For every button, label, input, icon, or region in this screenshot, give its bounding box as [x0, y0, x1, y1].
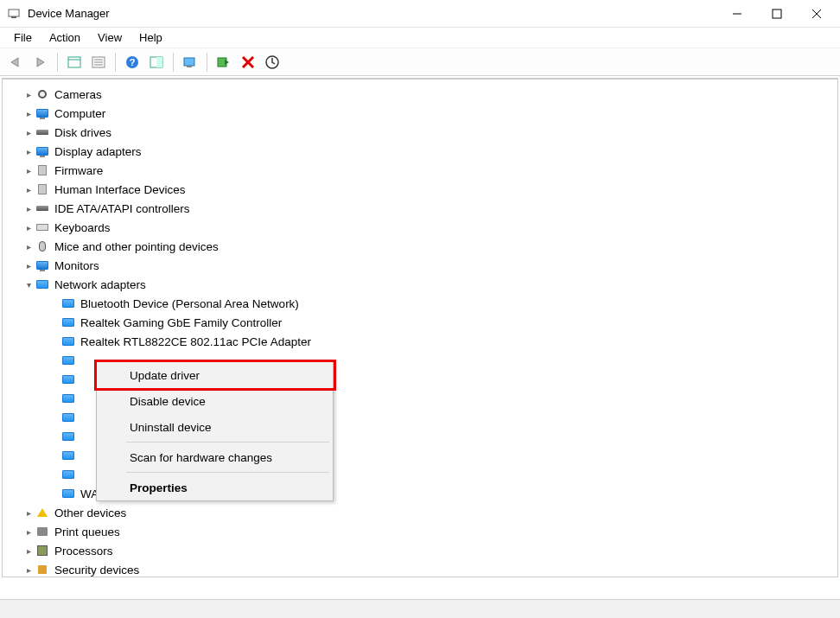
- menu-action[interactable]: Action: [41, 29, 89, 46]
- tree-item-print-queues[interactable]: ▸ Print queues: [3, 522, 837, 541]
- menu-view[interactable]: View: [89, 29, 130, 46]
- tree-item-computer[interactable]: ▸ Computer: [3, 104, 837, 123]
- action-pane-button[interactable]: [145, 51, 168, 73]
- chevron-right-icon[interactable]: ▸: [22, 125, 35, 139]
- scan-hardware-button[interactable]: [261, 51, 283, 73]
- network-icon: [61, 449, 75, 462]
- network-icon: [61, 487, 75, 500]
- tree-item-firmware[interactable]: ▸ Firmware: [3, 161, 837, 180]
- back-button[interactable]: [5, 51, 28, 73]
- forward-button[interactable]: [29, 51, 52, 73]
- help-button[interactable]: ?: [121, 51, 143, 73]
- chevron-right-icon[interactable]: ▸: [22, 182, 35, 196]
- toolbar: ?: [0, 48, 840, 76]
- menu-file[interactable]: File: [5, 29, 41, 46]
- monitor-icon: [35, 144, 49, 158]
- svg-rect-6: [68, 57, 80, 67]
- tree-item-disk-drives[interactable]: ▸ Disk drives: [3, 123, 837, 142]
- network-icon: [61, 296, 75, 310]
- chevron-right-icon[interactable]: ▸: [22, 258, 35, 272]
- hid-icon: [35, 182, 49, 196]
- app-icon: [7, 7, 21, 21]
- cpu-icon: [35, 544, 49, 557]
- lock-icon: [35, 563, 49, 577]
- svg-text:?: ?: [130, 57, 136, 67]
- tree-item-monitors[interactable]: ▸ Monitors: [3, 256, 837, 275]
- chevron-right-icon[interactable]: ▸: [22, 144, 35, 158]
- svg-rect-3: [773, 10, 781, 18]
- ide-icon: [35, 201, 49, 215]
- svg-rect-17: [187, 66, 192, 67]
- chevron-right-icon[interactable]: ▸: [22, 201, 35, 215]
- network-icon: [61, 334, 75, 348]
- tree-item-na-1[interactable]: Realtek Gaming GbE Family Controller: [3, 313, 837, 332]
- tree-container: ▸ Cameras ▸ Computer ▸ Disk drives ▸ Dis…: [2, 78, 838, 577]
- tree-item-na-0[interactable]: Bluetooth Device (Personal Area Network): [3, 294, 837, 313]
- tree-item-keyboards[interactable]: ▸ Keyboards: [3, 218, 837, 237]
- chip-icon: [35, 163, 49, 177]
- window-title: Device Manager: [28, 7, 717, 20]
- ctx-disable-device[interactable]: Disable device: [97, 388, 333, 414]
- minimize-button[interactable]: [717, 1, 757, 27]
- status-bar: [0, 599, 840, 618]
- ctx-uninstall-device[interactable]: Uninstall device: [97, 414, 333, 440]
- network-icon: [61, 392, 75, 405]
- chevron-right-icon[interactable]: ▸: [22, 87, 35, 101]
- chevron-right-icon[interactable]: ▸: [22, 506, 35, 519]
- svg-rect-1: [11, 16, 16, 18]
- properties-button[interactable]: [87, 51, 110, 73]
- tree-item-other-devices[interactable]: ▸ Other devices: [3, 503, 837, 522]
- network-icon: [61, 411, 75, 424]
- camera-icon: [35, 87, 49, 101]
- monitor-icon: [35, 106, 49, 120]
- network-icon: [61, 430, 75, 443]
- keyboard-icon: [35, 220, 49, 234]
- chevron-right-icon[interactable]: ▸: [22, 563, 35, 577]
- chevron-down-icon[interactable]: ▾: [22, 277, 35, 291]
- chevron-right-icon[interactable]: ▸: [22, 163, 35, 177]
- network-icon: [35, 277, 49, 291]
- ctx-separator: [126, 472, 329, 473]
- update-driver-button[interactable]: [179, 51, 201, 73]
- network-icon: [61, 315, 75, 329]
- ctx-scan-hardware[interactable]: Scan for hardware changes: [97, 444, 333, 470]
- chevron-right-icon[interactable]: ▸: [22, 220, 35, 234]
- warning-icon: [35, 506, 49, 519]
- uninstall-device-button[interactable]: [237, 51, 259, 73]
- tree-item-hid[interactable]: ▸ Human Interface Devices: [3, 180, 837, 199]
- tree-item-cameras[interactable]: ▸ Cameras: [3, 85, 837, 104]
- disk-icon: [35, 125, 49, 139]
- chevron-right-icon[interactable]: ▸: [22, 544, 35, 557]
- printer-icon: [35, 525, 49, 538]
- chevron-right-icon[interactable]: ▸: [22, 525, 35, 538]
- svg-rect-16: [184, 58, 194, 66]
- tree-item-security-devices[interactable]: ▸ Security devices: [3, 560, 837, 577]
- context-menu: Update driver Disable device Uninstall d…: [96, 361, 334, 501]
- tree-item-network-adapters[interactable]: ▾ Network adapters: [3, 275, 837, 294]
- device-tree[interactable]: ▸ Cameras ▸ Computer ▸ Disk drives ▸ Dis…: [3, 80, 837, 577]
- tree-item-processors[interactable]: ▸ Processors: [3, 541, 837, 560]
- menu-help[interactable]: Help: [130, 29, 171, 46]
- svg-rect-15: [156, 57, 162, 67]
- tree-item-na-2[interactable]: Realtek RTL8822CE 802.11ac PCIe Adapter: [3, 332, 837, 351]
- tree-item-ide[interactable]: ▸ IDE ATA/ATAPI controllers: [3, 199, 837, 218]
- tree-item-mice[interactable]: ▸ Mice and other pointing devices: [3, 237, 837, 256]
- enable-device-button[interactable]: [213, 51, 235, 73]
- maximize-button[interactable]: [757, 1, 797, 27]
- show-hide-console-tree-button[interactable]: [63, 51, 86, 73]
- monitor-icon: [35, 258, 49, 272]
- ctx-separator: [126, 442, 329, 443]
- title-bar: Device Manager: [0, 0, 840, 28]
- network-icon: [61, 373, 75, 386]
- ctx-update-driver[interactable]: Update driver: [97, 362, 333, 388]
- menu-bar: File Action View Help: [0, 28, 840, 48]
- chevron-right-icon[interactable]: ▸: [22, 106, 35, 120]
- tree-item-display-adapters[interactable]: ▸ Display adapters: [3, 142, 837, 161]
- svg-rect-0: [9, 10, 19, 16]
- mouse-icon: [35, 239, 49, 253]
- close-button[interactable]: [797, 1, 837, 27]
- network-icon: [61, 354, 75, 367]
- chevron-right-icon[interactable]: ▸: [22, 239, 35, 253]
- ctx-properties[interactable]: Properties: [97, 475, 333, 500]
- network-icon: [61, 468, 75, 481]
